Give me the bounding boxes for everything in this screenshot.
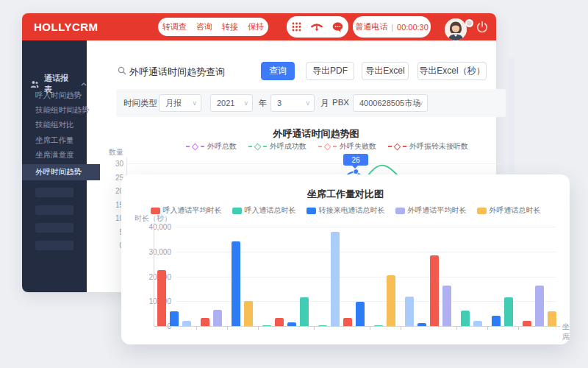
bar-2-1 bbox=[244, 301, 253, 326]
line-y-tick: 20 bbox=[96, 187, 123, 195]
time-type-select[interactable]: 月报∨ bbox=[159, 94, 201, 112]
call-action-2[interactable]: 转接 bbox=[222, 21, 238, 32]
legend-label: 呼入通话总时长 bbox=[245, 205, 296, 216]
bar-8-0 bbox=[492, 316, 501, 326]
time-type-label: 时间类型 bbox=[123, 98, 157, 109]
call-action-3[interactable]: 保持 bbox=[248, 21, 264, 32]
year-select[interactable]: 2021∨ bbox=[210, 94, 253, 112]
call-action-1[interactable]: 咨询 bbox=[196, 21, 212, 32]
month-select[interactable]: 3∨ bbox=[270, 94, 315, 112]
bar-2-0 bbox=[232, 241, 240, 326]
call-timer: 00:00:30 bbox=[397, 23, 429, 32]
x-axis-tick bbox=[258, 327, 259, 330]
sidebar-skeleton bbox=[35, 205, 74, 215]
call-type-label: 普通电话 bbox=[355, 21, 387, 32]
sidebar-skeleton bbox=[35, 188, 74, 197]
search-button[interactable]: 查询 bbox=[261, 62, 295, 80]
call-status-pill[interactable]: 普通电话 | 00:00:30 bbox=[353, 16, 431, 38]
bar-y-tick: 40,000 bbox=[127, 223, 171, 231]
page-title: 外呼通话时间趋势查询 bbox=[129, 66, 225, 79]
month-suffix: 月 bbox=[320, 98, 329, 109]
bar-3-1 bbox=[275, 318, 284, 326]
x-axis-tick bbox=[456, 327, 457, 330]
legend-label: 外呼振铃未接听数 bbox=[409, 141, 468, 152]
call-action-0[interactable]: 转调查 bbox=[162, 21, 187, 32]
presence-dot bbox=[465, 19, 473, 27]
line-legend-item-3[interactable]: 外呼振铃未接听数 bbox=[388, 141, 468, 152]
bar-5-0 bbox=[374, 325, 383, 327]
x-axis-tick bbox=[370, 327, 370, 330]
bar-0-0 bbox=[157, 270, 166, 326]
legend-line bbox=[403, 146, 406, 147]
bar-6-1 bbox=[417, 323, 426, 326]
avatar[interactable] bbox=[445, 18, 467, 40]
line-y-tick: 10 bbox=[96, 214, 123, 222]
line-legend-item-2[interactable]: 外呼失败数 bbox=[318, 141, 376, 152]
export-button-1[interactable]: 导出PDF bbox=[306, 62, 354, 80]
pbx-value: 4000628505市场 bbox=[359, 98, 420, 109]
bar-3-2 bbox=[287, 322, 296, 326]
time-type-value: 月报 bbox=[165, 98, 182, 109]
bar-3-3 bbox=[300, 297, 309, 326]
bar-4-1 bbox=[331, 232, 340, 326]
bar-chart-title: 坐席工作量对比图 bbox=[121, 188, 570, 201]
phone-down-icon[interactable] bbox=[311, 22, 323, 32]
bar-9-2 bbox=[548, 311, 556, 326]
bar-chart-legend: 呼入通话平均时长呼入通话总时长转接来电通话总时长外呼通话平均时长外呼通话总时长 bbox=[121, 205, 570, 216]
line-y-tick: 0 bbox=[96, 241, 123, 250]
chat-icon[interactable] bbox=[332, 22, 343, 32]
bar-y-tick: 30,000 bbox=[127, 248, 171, 256]
agent-workload-card: 坐席工作量对比图 呼入通话平均时长呼入通话总时长转接来电通话总时长外呼通话平均时… bbox=[121, 174, 570, 344]
x-axis-tick bbox=[487, 327, 488, 330]
sidebar-item-0[interactable]: 呼入时间趋势 bbox=[22, 88, 100, 103]
users-icon bbox=[30, 80, 39, 88]
bar-chart-x-axis bbox=[154, 326, 560, 327]
line-y-tick: 30 bbox=[96, 160, 123, 168]
pbx-label: PBX bbox=[332, 98, 349, 107]
chevron-down-icon: ∨ bbox=[305, 99, 310, 107]
legend-diamond-icon bbox=[394, 143, 401, 150]
legend-line bbox=[333, 146, 337, 147]
export-button-3[interactable]: 导出Excel（秒） bbox=[417, 62, 487, 80]
pbx-select[interactable]: 4000628505市场∨ bbox=[353, 94, 428, 112]
power-icon[interactable] bbox=[476, 21, 489, 34]
bar-chart-x-axis-label: 坐席 bbox=[562, 322, 570, 342]
bar-legend-item-2[interactable]: 转接来电通话总时长 bbox=[306, 205, 385, 216]
year-suffix: 年 bbox=[259, 98, 268, 109]
sidebar-item-1[interactable]: 技能组时间趋势 bbox=[22, 103, 100, 118]
legend-swatch bbox=[232, 208, 242, 214]
line-y-tick: 15 bbox=[96, 201, 123, 209]
line-chart-y-axis-label: 数量 bbox=[94, 147, 123, 158]
bar-chart-y-axis bbox=[154, 223, 154, 326]
bar-5-1 bbox=[387, 275, 395, 326]
bar-chart-y-axis-label: 时长（秒） bbox=[127, 213, 171, 224]
sidebar-item-5[interactable]: 外呼时间趋势 bbox=[22, 164, 100, 180]
legend-line bbox=[263, 146, 267, 147]
sidebar-skeleton bbox=[35, 241, 74, 250]
bar-8-1 bbox=[504, 297, 513, 326]
legend-label: 外呼通话总时长 bbox=[490, 205, 541, 216]
chart-tooltip: 26 bbox=[343, 154, 368, 166]
bar-legend-item-1[interactable]: 呼入通话总时长 bbox=[232, 205, 296, 216]
bar-0-2 bbox=[182, 321, 191, 326]
sidebar-item-4[interactable]: 坐席满意度 bbox=[22, 148, 100, 163]
bar-7-1 bbox=[473, 321, 482, 326]
divider: | bbox=[391, 23, 393, 32]
chevron-up-icon bbox=[81, 82, 87, 86]
search-icon bbox=[118, 66, 126, 75]
bar-legend-item-3[interactable]: 外呼通话平均时长 bbox=[395, 205, 467, 216]
grid-icon[interactable] bbox=[292, 22, 301, 32]
screen: HOLLYCRM 转调查咨询转接保持 bbox=[0, 0, 588, 368]
bar-legend-item-4[interactable]: 外呼通话总时长 bbox=[477, 205, 541, 216]
app-logo: HOLLYCRM bbox=[34, 21, 98, 33]
line-legend-item-1[interactable]: 外呼成功数 bbox=[248, 141, 306, 152]
sidebar-item-2[interactable]: 技能组对比 bbox=[22, 118, 100, 132]
export-button-2[interactable]: 导出Excel bbox=[362, 62, 409, 80]
line-chart-title: 外呼通话时间趋势图 bbox=[206, 127, 426, 141]
bar-4-3 bbox=[356, 302, 365, 326]
line-legend-item-0[interactable]: 外呼总数 bbox=[186, 141, 237, 152]
bar-9-0 bbox=[523, 321, 531, 326]
sidebar-item-3[interactable]: 坐席工作量 bbox=[22, 133, 100, 148]
legend-line bbox=[388, 146, 392, 147]
bar-4-0 bbox=[318, 325, 327, 327]
